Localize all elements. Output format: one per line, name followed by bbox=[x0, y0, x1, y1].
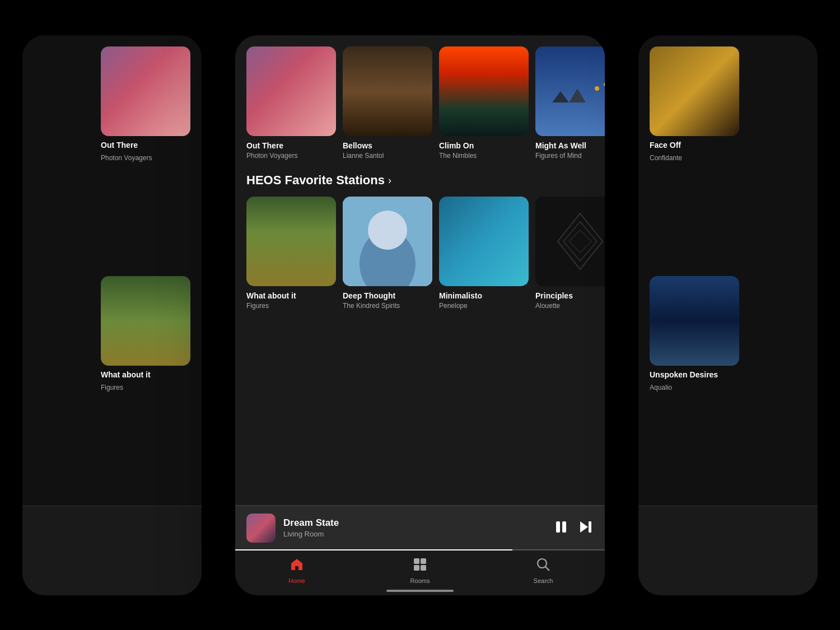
album-artist-out-there: Photon Voyagers bbox=[246, 152, 336, 160]
album-title-deep-thought: Deep Thought bbox=[343, 291, 432, 301]
album-artist-what-about-it: Figures bbox=[246, 302, 336, 310]
partial-artist-1: Photon Voyagers bbox=[101, 154, 190, 162]
album-artist-might-as-well: Figures of Mind bbox=[535, 152, 605, 160]
album-artist-minimalisto: Penelope bbox=[439, 302, 529, 310]
pause-icon bbox=[553, 519, 569, 535]
app-wrapper: Out There Photon Voyagers What about it … bbox=[140, 35, 700, 595]
svg-rect-15 bbox=[562, 521, 566, 533]
album-card-what-about-it[interactable]: What about it Figures bbox=[246, 197, 336, 310]
principles-svg bbox=[535, 197, 605, 286]
search-icon bbox=[536, 557, 550, 575]
nav-rooms-label: Rooms bbox=[410, 577, 430, 584]
home-icon bbox=[290, 557, 304, 575]
main-app: Out There Photon Voyagers Bellows Lianne… bbox=[235, 35, 605, 595]
pause-button[interactable] bbox=[553, 519, 569, 537]
might-as-well-svg bbox=[535, 46, 605, 136]
now-playing-title: Dream State bbox=[283, 517, 545, 529]
svg-rect-18 bbox=[414, 558, 419, 564]
right-partial-device: Face Off Confidante Unspoken Desires Aqu… bbox=[638, 35, 818, 595]
album-title-out-there: Out There bbox=[246, 141, 336, 151]
partial-title-2: What about it bbox=[101, 370, 190, 379]
skip-button[interactable] bbox=[578, 519, 594, 537]
svg-marker-16 bbox=[580, 521, 588, 533]
svg-rect-20 bbox=[414, 565, 419, 571]
album-card-out-there[interactable]: Out There Photon Voyagers bbox=[246, 46, 336, 160]
partial-art-2 bbox=[101, 276, 190, 366]
partial-art-right-2 bbox=[650, 276, 739, 366]
album-title-what-about-it: What about it bbox=[246, 291, 336, 301]
partial-title-right-1: Face Off bbox=[650, 141, 739, 150]
album-artist-climb-on: The Nimbles bbox=[439, 152, 529, 160]
now-playing-bar[interactable]: Dream State Living Room bbox=[235, 505, 605, 550]
bottom-nav: Home Rooms bbox=[235, 550, 605, 595]
svg-point-4 bbox=[595, 86, 599, 91]
partial-title-1: Out There bbox=[101, 141, 190, 150]
now-playing-art bbox=[246, 514, 276, 543]
svg-rect-21 bbox=[421, 565, 426, 571]
left-partial-device: Out There Photon Voyagers What about it … bbox=[22, 35, 202, 595]
art-climb-on bbox=[439, 46, 529, 136]
svg-rect-14 bbox=[556, 521, 560, 533]
art-out-there bbox=[246, 46, 336, 136]
rooms-svg bbox=[413, 557, 427, 572]
album-card-deep-thought[interactable]: Deep Thought The Kindred Spirits bbox=[343, 197, 432, 310]
bottom-row-wrapper: What about it Figures Deep Thought bbox=[235, 197, 605, 310]
album-card-minimalisto[interactable]: Minimalisto Penelope bbox=[439, 197, 529, 310]
now-playing-controls bbox=[553, 519, 594, 537]
art-minimalisto bbox=[439, 197, 529, 286]
album-card-climb-on[interactable]: Climb On The Nimbles bbox=[439, 46, 529, 160]
now-playing-room: Living Room bbox=[283, 530, 545, 538]
rooms-icon bbox=[413, 557, 427, 575]
section-title: HEOS Favorite Stations bbox=[246, 173, 385, 188]
partial-artist-right-1: Confidante bbox=[650, 154, 739, 162]
svg-point-22 bbox=[538, 559, 547, 568]
album-title-climb-on: Climb On bbox=[439, 141, 529, 151]
art-deep-thought bbox=[343, 197, 432, 286]
album-artist-bellows: Lianne Santol bbox=[343, 152, 432, 160]
section-header[interactable]: HEOS Favorite Stations › bbox=[235, 160, 605, 197]
art-might-as-well bbox=[535, 46, 605, 136]
top-album-row[interactable]: Out There Photon Voyagers Bellows Lianne… bbox=[235, 46, 605, 160]
album-artist-deep-thought: The Kindred Spirits bbox=[343, 302, 432, 310]
search-svg bbox=[536, 557, 550, 572]
now-playing-info: Dream State Living Room bbox=[283, 517, 545, 538]
album-artist-principles: Alouette bbox=[535, 302, 605, 310]
album-title-minimalisto: Minimalisto bbox=[439, 291, 529, 301]
partial-artist-right-2: Aqualio bbox=[650, 384, 739, 391]
album-title-bellows: Bellows bbox=[343, 141, 432, 151]
album-title-principles: Principles bbox=[535, 291, 605, 301]
svg-rect-10 bbox=[535, 197, 605, 286]
art-principles bbox=[535, 197, 605, 286]
section-chevron: › bbox=[388, 175, 391, 186]
deep-thought-svg bbox=[343, 197, 432, 286]
album-card-bellows[interactable]: Bellows Lianne Santol bbox=[343, 46, 432, 160]
album-card-principles[interactable]: Principles Alouette bbox=[535, 197, 605, 310]
nav-home[interactable]: Home bbox=[235, 557, 358, 584]
partial-artist-2: Figures bbox=[101, 384, 190, 391]
top-row-wrapper: Out There Photon Voyagers Bellows Lianne… bbox=[235, 46, 605, 160]
partial-art-right-1 bbox=[650, 46, 739, 136]
home-indicator bbox=[386, 590, 454, 592]
partial-title-right-2: Unspoken Desires bbox=[650, 370, 739, 379]
nav-home-label: Home bbox=[288, 577, 305, 584]
bottom-album-row[interactable]: What about it Figures Deep Thought bbox=[235, 197, 605, 310]
nav-search[interactable]: Search bbox=[482, 557, 605, 584]
svg-rect-1 bbox=[535, 46, 605, 136]
main-scroll[interactable]: Out There Photon Voyagers Bellows Lianne… bbox=[235, 35, 605, 506]
art-what-about-it bbox=[246, 197, 336, 286]
svg-rect-19 bbox=[421, 558, 426, 564]
album-title-might-as-well: Might As Well bbox=[535, 141, 605, 151]
nav-rooms[interactable]: Rooms bbox=[358, 557, 482, 584]
art-bellows bbox=[343, 46, 432, 136]
svg-point-9 bbox=[368, 211, 407, 250]
album-card-might-as-well[interactable]: Might As Well Figures of Mind bbox=[535, 46, 605, 160]
skip-icon bbox=[578, 519, 594, 535]
nav-search-label: Search bbox=[534, 577, 553, 584]
partial-art-1 bbox=[101, 46, 190, 136]
svg-rect-17 bbox=[589, 521, 591, 533]
svg-line-23 bbox=[545, 567, 549, 571]
home-svg bbox=[290, 557, 304, 572]
